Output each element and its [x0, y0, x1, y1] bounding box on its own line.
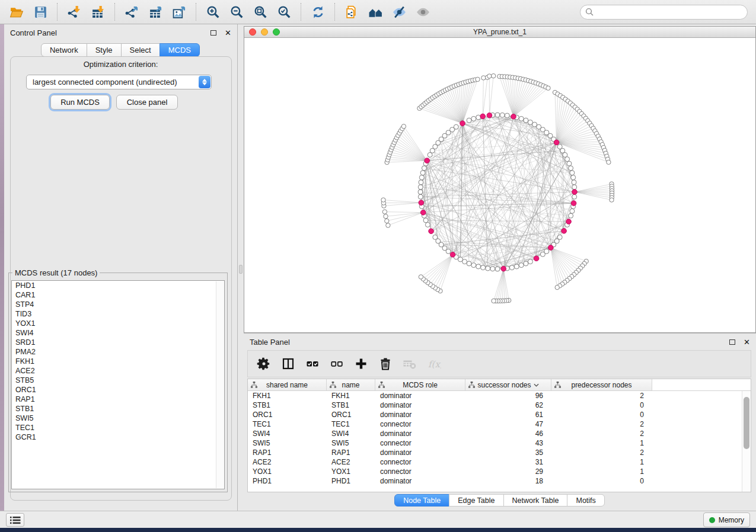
tab-select[interactable]: Select — [121, 43, 160, 57]
tab-style[interactable]: Style — [87, 43, 122, 57]
mcds-result-item[interactable]: ACE2 — [12, 366, 224, 376]
mcds-result-item[interactable]: TID3 — [12, 309, 224, 319]
mcds-result-item[interactable]: STB1 — [12, 404, 224, 414]
refresh-layout-icon[interactable] — [309, 3, 327, 21]
delete-table-icon — [402, 356, 417, 371]
optimization-criterion-select[interactable]: largest connected component (undirected) — [26, 75, 212, 89]
delete-row-icon[interactable] — [378, 356, 393, 371]
status-bar: Memory — [0, 511, 756, 528]
mcds-result-item[interactable]: CAR1 — [12, 290, 224, 300]
table-row[interactable]: STB1 STB1 dominator 62 0 — [248, 400, 751, 410]
toolbar-separator — [196, 3, 196, 21]
table-panel-header: Table Panel ✕ — [244, 334, 756, 350]
workspace: YPA_prune.txt_1 Table Panel ✕ f(x) share… — [244, 24, 756, 511]
mcds-result-item[interactable]: SRD1 — [12, 338, 224, 347]
mcds-result-item[interactable]: ORC1 — [12, 385, 224, 395]
mcds-result-item[interactable]: SWI4 — [12, 328, 224, 338]
network-canvas[interactable] — [244, 38, 755, 332]
table-row[interactable]: RAP1 RAP1 dominator 35 2 — [248, 448, 751, 457]
tab-network[interactable]: Network — [41, 43, 87, 57]
mcds-result-item[interactable]: GCR1 — [12, 432, 224, 442]
function-builder-icon: f(x) — [426, 356, 442, 371]
tab-mcds[interactable]: MCDS — [160, 43, 200, 57]
close-panel-button[interactable]: Close panel — [116, 95, 178, 110]
add-row-icon[interactable] — [353, 356, 369, 371]
mcds-list-scrollbar[interactable] — [216, 281, 224, 488]
show-columns-icon[interactable] — [280, 356, 296, 371]
table-row[interactable]: ACE2 ACE2 connector 31 1 — [248, 457, 751, 467]
close-panel-icon[interactable]: ✕ — [225, 29, 231, 37]
mcds-result-item[interactable]: PHD1 — [12, 281, 224, 290]
zoom-in-icon[interactable] — [204, 3, 222, 21]
minimize-window-icon[interactable] — [261, 28, 268, 36]
table-row[interactable]: ORC1 ORC1 dominator 61 0 — [248, 410, 751, 419]
table-panel: Table Panel ✕ f(x) shared namenameMCDS r… — [244, 333, 756, 511]
import-table-icon[interactable] — [89, 3, 107, 21]
float-table-panel-icon[interactable] — [729, 339, 735, 345]
mcds-result-group: MCDS result (17 nodes) PHD1CAR1STP4TID3Y… — [8, 273, 228, 492]
search-box — [580, 5, 748, 20]
column-header-MCDS-role[interactable]: MCDS role — [375, 379, 465, 390]
splitter-grip[interactable] — [239, 265, 243, 274]
close-table-panel-icon[interactable]: ✕ — [744, 338, 750, 346]
table-scrollbar[interactable] — [742, 391, 751, 492]
close-window-icon[interactable] — [249, 28, 256, 36]
open-session-icon[interactable] — [8, 3, 25, 21]
task-history-button[interactable] — [6, 513, 24, 527]
table-row[interactable]: SWI5 SWI5 connector 43 1 — [248, 438, 751, 448]
clone-network-icon[interactable] — [343, 3, 361, 21]
import-network-icon[interactable] — [65, 3, 83, 21]
column-header-name[interactable]: name — [327, 379, 375, 390]
table-scrollbar-thumb[interactable] — [744, 397, 749, 449]
mcds-result-item[interactable]: SWI5 — [12, 414, 224, 423]
network-window: YPA_prune.txt_1 — [244, 26, 756, 333]
mcds-result-item[interactable]: STP4 — [12, 300, 224, 309]
tab-network-table[interactable]: Network Table — [503, 494, 568, 507]
export-table-icon[interactable] — [146, 3, 164, 21]
table-row[interactable]: FKH1 FKH1 dominator 96 2 — [248, 391, 751, 400]
mcds-result-item[interactable]: RAP1 — [12, 395, 224, 404]
deselect-all-icon[interactable] — [329, 356, 344, 371]
search-icon — [585, 8, 594, 17]
select-all-icon[interactable] — [305, 356, 320, 371]
mcds-result-item[interactable]: PMA2 — [12, 347, 224, 357]
maximize-window-icon[interactable] — [273, 28, 280, 36]
run-mcds-button[interactable]: Run MCDS — [50, 95, 110, 110]
desktop-wallpaper-left — [0, 24, 4, 511]
table-row[interactable]: SWI4 SWI4 dominator 46 2 — [248, 429, 751, 438]
export-image-icon[interactable] — [170, 3, 188, 21]
tab-motifs[interactable]: Motifs — [567, 494, 604, 507]
save-session-icon[interactable] — [31, 3, 49, 21]
memory-label: Memory — [719, 516, 744, 524]
tab-node-table[interactable]: Node Table — [394, 494, 449, 507]
table-row[interactable]: PHD1 PHD1 dominator 18 0 — [248, 476, 751, 486]
first-neighbors-icon[interactable] — [366, 3, 384, 21]
table-tabs: Node TableEdge TableNetwork TableMotifs — [244, 494, 756, 507]
export-network-icon[interactable] — [123, 3, 141, 21]
control-panel-header: Control Panel ✕ — [4, 24, 237, 41]
table-row[interactable]: YOX1 YOX1 connector 29 1 — [248, 467, 751, 476]
criterion-value: largest connected component (undirected) — [27, 78, 199, 86]
zoom-fit-icon[interactable] — [251, 3, 269, 21]
hide-selected-icon[interactable] — [390, 3, 408, 21]
column-header-predecessor-nodes[interactable]: predecessor nodes — [551, 379, 652, 390]
memory-button[interactable]: Memory — [703, 512, 750, 527]
mcds-result-item[interactable]: TEC1 — [12, 423, 224, 432]
svg-text:f(x): f(x) — [428, 359, 441, 370]
settings-icon[interactable] — [256, 356, 272, 371]
show-all-icon[interactable] — [414, 3, 432, 21]
mcds-result-item[interactable]: YOX1 — [12, 319, 224, 328]
mcds-result-item[interactable]: FKH1 — [12, 357, 224, 366]
search-input[interactable] — [580, 5, 748, 20]
float-panel-icon[interactable] — [210, 30, 216, 36]
mcds-result-list: PHD1CAR1STP4TID3YOX1SWI4SRD1PMA2FKH1ACE2… — [11, 280, 225, 489]
table-panel-title: Table Panel — [250, 338, 290, 347]
column-header-successor-nodes[interactable]: successor nodes — [465, 379, 551, 390]
tab-edge-table[interactable]: Edge Table — [449, 494, 503, 507]
vertical-splitter[interactable] — [238, 24, 244, 511]
zoom-out-icon[interactable] — [228, 3, 245, 21]
column-header-shared-name[interactable]: shared name — [248, 379, 327, 390]
table-row[interactable]: TEC1 TEC1 connector 47 2 — [248, 419, 751, 429]
mcds-result-item[interactable]: STB5 — [12, 376, 224, 385]
zoom-selected-icon[interactable] — [275, 3, 293, 21]
